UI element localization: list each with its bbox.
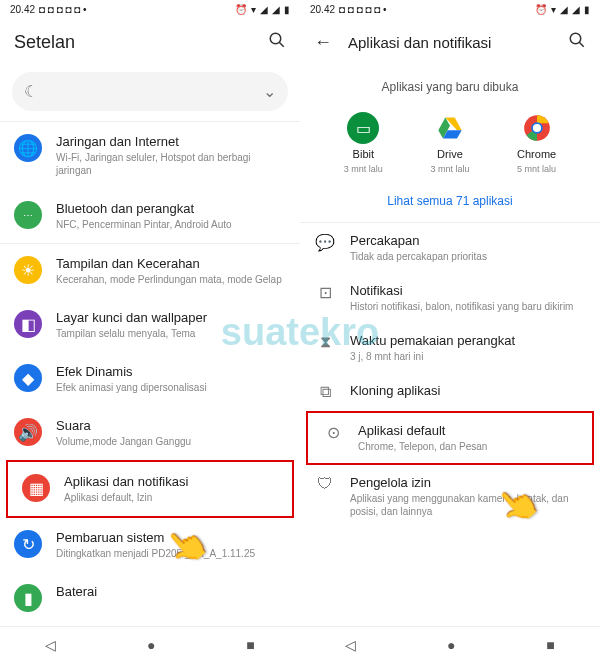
battery-icon: ▮ [284,4,290,15]
nav-home[interactable]: ● [447,637,455,653]
setting-lockscreen[interactable]: ◧ Layar kunci dan wallpaper Tampilan sel… [0,298,300,352]
setting-sub: Aplikasi default, Izin [64,491,278,504]
status-time: 20.42 [10,4,35,15]
setting-sub: Wi-Fi, Jaringan seluler, Hotspot dan ber… [56,151,286,177]
sub-clone[interactable]: ⧉ Kloning aplikasi [300,373,600,411]
hourglass-icon: ⧗ [314,333,336,351]
signal-icon: ◢ [260,4,268,15]
setting-sub: Efek animasi yang dipersonalisasi [56,381,286,394]
sub-title: Waktu pemakaian perangkat [350,333,586,348]
setting-display[interactable]: ☀ Tampilan dan Kecerahan Kecerahan, mode… [0,244,300,298]
app-drive[interactable]: Drive 3 mnt lalu [430,112,469,174]
drive-icon [434,112,466,144]
alarm-icon: ⏰ [535,4,547,15]
sub-default-apps[interactable]: ⊙ Aplikasi default Chrome, Telepon, dan … [308,413,592,463]
setting-sub: Volume,mode Jangan Ganggu [56,435,286,448]
status-dots: ◘ ◘ ◘ ◘ ◘ • [339,4,387,15]
setting-title: Bluetooh dan perangkat [56,201,286,216]
setting-system-update[interactable]: ↻ Pembaruan sistem Ditingkatkan menjadi … [0,518,300,572]
nav-recent[interactable]: ■ [246,637,254,653]
apps-icon: ▦ [22,474,50,502]
status-right-icons: ⏰ ▾ ◢ ◢ ▮ [235,4,290,15]
brightness-icon: ☀ [14,256,42,284]
setting-apps-notifications[interactable]: ▦ Aplikasi dan notifikasi Aplikasi defau… [8,462,292,516]
sub-permissions[interactable]: 🛡 Pengelola izin Aplikasi yang menggunak… [300,465,600,528]
setting-sub: Ditingkatkan menjadi PD205 _EX_A_1.11.25 [56,547,286,560]
nav-recent[interactable]: ■ [546,637,554,653]
setting-sub: Kecerahan, mode Perlindungan mata, mode … [56,273,286,286]
page-title: Setelan [14,32,252,53]
bibit-icon: ▭ [347,112,379,144]
chat-icon: 💬 [314,233,336,252]
svg-point-0 [270,33,281,44]
app-time: 5 mnt lalu [517,164,556,174]
signal-icon-2: ◢ [272,4,280,15]
nav-home[interactable]: ● [147,637,155,653]
sub-sub: Tidak ada percakapan prioritas [350,250,586,263]
shield-icon: 🛡 [314,475,336,493]
recent-section-title: Aplikasi yang baru dibuka [300,66,600,104]
search-icon[interactable] [268,31,286,54]
header-right: ← Aplikasi dan notifikasi [300,19,600,66]
sub-title: Notifikasi [350,283,586,298]
app-chrome[interactable]: Chrome 5 mnt lalu [517,112,556,174]
notification-icon: ⊡ [314,283,336,302]
app-name: Chrome [517,148,556,160]
setting-title: Suara [56,418,286,433]
bluetooth-icon: ⋯ [14,201,42,229]
globe-icon: 🌐 [14,134,42,162]
update-icon: ↻ [14,530,42,558]
sub-title: Aplikasi default [358,423,578,438]
dynamic-icon: ◆ [14,364,42,392]
setting-bluetooth[interactable]: ⋯ Bluetooh dan perangkat NFC, Pencermina… [0,189,300,243]
svg-point-2 [570,33,581,44]
setting-sub: Tampilan selalu menyala, Tema [56,327,286,340]
chevron-down-icon: ⌄ [263,82,276,101]
setting-sound[interactable]: 🔊 Suara Volume,mode Jangan Ganggu [0,406,300,460]
sub-title: Kloning aplikasi [350,383,586,398]
search-icon[interactable] [568,31,586,54]
sub-title: Percakapan [350,233,586,248]
dnd-toggle[interactable]: ☾ ⌄ [12,72,288,111]
sub-sub: Aplikasi yang menggunakan kamera, kontak… [350,492,586,518]
setting-title: Tampilan dan Kecerahan [56,256,286,271]
setting-title: Layar kunci dan wallpaper [56,310,286,325]
sub-sub: Histori notifikasi, balon, notifikasi ya… [350,300,586,313]
svg-line-3 [579,42,584,47]
page-title: Aplikasi dan notifikasi [348,34,552,51]
app-time: 3 mnt lalu [430,164,469,174]
app-name: Bibit [353,148,374,160]
setting-title: Jaringan dan Internet [56,134,286,149]
wifi-icon: ▾ [251,4,256,15]
settings-screen-left: 20.42 ◘ ◘ ◘ ◘ ◘ • ⏰ ▾ ◢ ◢ ▮ Setelan ☾ ⌄ … [0,0,300,663]
sub-screentime[interactable]: ⧗ Waktu pemakaian perangkat 3 j, 8 mnt h… [300,323,600,373]
nav-bar: ◁ ● ■ [300,626,600,663]
nav-back[interactable]: ◁ [345,637,356,653]
battery-icon: ▮ [584,4,590,15]
settings-list[interactable]: 🌐 Jaringan dan Internet Wi-Fi, Jaringan … [0,121,300,626]
setting-title: Efek Dinamis [56,364,286,379]
setting-title: Pembaruan sistem [56,530,286,545]
sub-conversations[interactable]: 💬 Percakapan Tidak ada percakapan priori… [300,223,600,273]
status-time: 20.42 [310,4,335,15]
alarm-icon: ⏰ [235,4,247,15]
recent-apps: ▭ Bibit 3 mnt lalu Drive 3 mnt lalu Chro… [300,104,600,186]
chrome-icon [521,112,553,144]
setting-title: Baterai [56,584,286,599]
status-dots: ◘ ◘ ◘ ◘ ◘ • [39,4,87,15]
app-name: Drive [437,148,463,160]
setting-title: Aplikasi dan notifikasi [64,474,278,489]
svg-line-1 [279,42,284,47]
see-all-apps[interactable]: Lihat semua 71 aplikasi [300,186,600,222]
sub-notifications[interactable]: ⊡ Notifikasi Histori notifikasi, balon, … [300,273,600,323]
app-bibit[interactable]: ▭ Bibit 3 mnt lalu [344,112,383,174]
back-icon[interactable]: ← [314,32,332,53]
signal-icon: ◢ [560,4,568,15]
setting-network[interactable]: 🌐 Jaringan dan Internet Wi-Fi, Jaringan … [0,122,300,189]
setting-dynamic[interactable]: ◆ Efek Dinamis Efek animasi yang diperso… [0,352,300,406]
subsettings-list[interactable]: 💬 Percakapan Tidak ada percakapan priori… [300,222,600,626]
app-time: 3 mnt lalu [344,164,383,174]
nav-back[interactable]: ◁ [45,637,56,653]
setting-sub: NFC, Pencerminan Pintar, Android Auto [56,218,286,231]
setting-battery[interactable]: ▮ Baterai [0,572,300,624]
